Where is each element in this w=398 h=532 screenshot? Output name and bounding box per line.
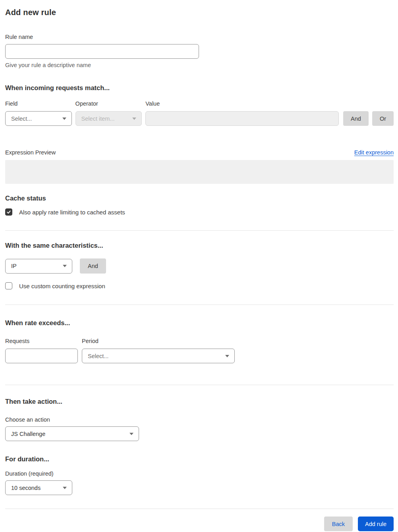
or-button[interactable]: Or xyxy=(372,111,394,126)
period-label: Period xyxy=(82,338,235,344)
period-select[interactable]: Select... xyxy=(82,349,235,363)
chevron-down-icon xyxy=(225,355,229,357)
action-heading: Then take action... xyxy=(5,398,394,405)
action-select[interactable]: JS Challenge xyxy=(5,426,139,441)
chevron-down-icon xyxy=(63,487,67,489)
section-divider xyxy=(5,385,394,385)
expression-preview-box xyxy=(5,160,394,184)
characteristics-row: IP And xyxy=(5,258,394,274)
check-icon xyxy=(6,210,11,214)
period-select-placeholder: Select... xyxy=(88,353,108,359)
chevron-down-icon xyxy=(63,265,67,267)
cache-checkbox-row: Also apply rate limiting to cached asset… xyxy=(5,208,394,216)
edit-expression-link[interactable]: Edit expression xyxy=(354,149,394,156)
field-label: Field xyxy=(5,100,72,107)
value-input xyxy=(145,111,339,126)
cache-status-heading: Cache status xyxy=(5,195,394,202)
match-row: Field Select... Operator Select item... … xyxy=(5,100,394,126)
back-button[interactable]: Back xyxy=(324,517,353,531)
footer: Back Add rule xyxy=(5,517,394,531)
action-select-value: JS Challenge xyxy=(11,431,45,437)
operator-group: Operator Select item... xyxy=(75,100,142,126)
footer-divider xyxy=(5,509,394,509)
duration-select[interactable]: 10 seconds xyxy=(5,480,72,495)
action-label: Choose an action xyxy=(5,416,394,423)
match-heading: When incoming requests match... xyxy=(5,84,394,92)
duration-label: Duration (required) xyxy=(5,470,394,477)
cached-assets-label: Also apply rate limiting to cached asset… xyxy=(19,209,125,216)
characteristics-heading: With the same characteristics... xyxy=(5,242,394,249)
custom-counting-label: Use custom counting expression xyxy=(19,283,105,289)
characteristic-and-button[interactable]: And xyxy=(80,258,106,274)
expression-header: Expression Preview Edit expression xyxy=(5,149,394,156)
operator-select: Select item... xyxy=(75,111,142,126)
rule-name-section: Rule name Give your rule a descriptive n… xyxy=(5,34,394,68)
operator-select-placeholder: Select item... xyxy=(81,116,115,122)
field-group: Field Select... xyxy=(5,100,72,126)
chevron-down-icon xyxy=(62,118,66,120)
section-divider xyxy=(5,230,394,231)
characteristic-select-value: IP xyxy=(11,263,17,269)
rate-heading: When rate exceeds... xyxy=(5,319,394,327)
characteristic-select[interactable]: IP xyxy=(5,259,72,274)
requests-group: Requests xyxy=(5,338,78,363)
field-select[interactable]: Select... xyxy=(5,111,72,126)
value-label: Value xyxy=(145,100,339,107)
chevron-down-icon xyxy=(132,118,136,120)
operator-label: Operator xyxy=(75,100,142,107)
rate-row: Requests Period Select... xyxy=(5,338,394,363)
rule-name-input[interactable] xyxy=(5,44,199,59)
expression-preview-label: Expression Preview xyxy=(5,149,56,156)
add-rule-button[interactable]: Add rule xyxy=(358,517,394,531)
field-select-placeholder: Select... xyxy=(11,116,32,122)
period-group: Period Select... xyxy=(82,338,235,363)
add-rule-form: Add new rule Rule name Give your rule a … xyxy=(0,0,398,532)
requests-input[interactable] xyxy=(5,349,78,363)
duration-select-value: 10 seconds xyxy=(11,485,41,491)
page-title: Add new rule xyxy=(5,8,394,17)
section-divider xyxy=(5,305,394,305)
counting-expression-row: Use custom counting expression xyxy=(5,282,394,289)
value-group: Value xyxy=(145,100,339,126)
and-button[interactable]: And xyxy=(343,111,369,126)
duration-heading: For duration... xyxy=(5,455,394,463)
custom-counting-checkbox[interactable] xyxy=(5,282,12,289)
cached-assets-checkbox[interactable] xyxy=(5,208,12,216)
rule-name-helper: Give your rule a descriptive name xyxy=(5,62,394,68)
chevron-down-icon xyxy=(129,433,133,435)
requests-label: Requests xyxy=(5,338,78,344)
rule-name-label: Rule name xyxy=(5,34,394,40)
